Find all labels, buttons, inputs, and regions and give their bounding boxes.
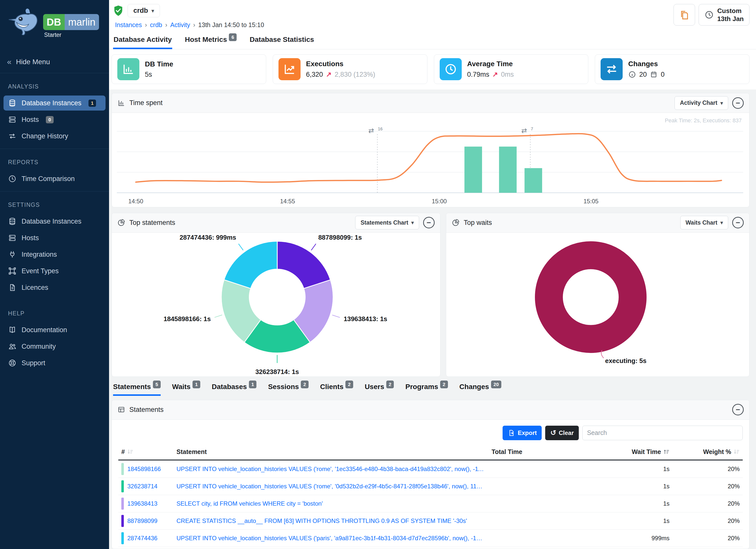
collapse-panel-button[interactable]: − (732, 97, 744, 109)
table-row: 326238714UPSERT INTO vehicle_location_hi… (118, 478, 743, 495)
collapse-panel-button[interactable]: − (423, 217, 435, 228)
breadcrumb-link[interactable]: Activity (170, 21, 190, 29)
tab-changes[interactable]: Changes20 (459, 383, 501, 396)
sidebar-item-time-comparison[interactable]: Time Comparison (4, 171, 106, 186)
sidebar-item-hosts[interactable]: Hosts (4, 230, 106, 245)
sidebar-item-database-instances[interactable]: Database Instances1 (4, 96, 106, 111)
time-range-button[interactable]: Custom 13th Jan (699, 4, 750, 26)
time-spent-header: Time spent Activity Chart ▾ − (112, 93, 749, 113)
sidebar-nav: ANALYSISDatabase Instances1Hosts0Change … (0, 73, 109, 549)
statement-sql-link[interactable]: SELECT city, id FROM vehicles WHERE city… (176, 500, 492, 507)
sidebar-item-hosts[interactable]: Hosts0 (4, 112, 106, 127)
donut-slice[interactable] (549, 255, 633, 339)
executions-bar[interactable] (499, 147, 517, 193)
column-header-total-time[interactable]: Total Time (492, 448, 587, 455)
sidebar-item-integrations[interactable]: Integrations (4, 247, 106, 262)
metric-card-average-time[interactable]: Average Time0.79ms↗0ms (434, 54, 589, 84)
tab-statements[interactable]: Statements5 (113, 383, 161, 396)
breadcrumb-separator: › (193, 21, 195, 29)
tab-database-statistics[interactable]: Database Statistics (249, 34, 315, 49)
statement-id-link[interactable]: 887898099 (127, 517, 157, 524)
executions-bar[interactable] (464, 147, 482, 193)
metric-card-changes[interactable]: Changes200 (595, 54, 749, 84)
sidebar-item-licences[interactable]: Licences (4, 280, 106, 295)
export-button[interactable]: Export (503, 426, 542, 440)
executions-bar[interactable] (525, 168, 542, 193)
column-header-wait-time[interactable]: Wait Time (587, 448, 670, 455)
breadcrumb-link[interactable]: crdb (150, 21, 162, 29)
caret-down-icon: ▾ (720, 220, 723, 226)
search-input[interactable] (582, 426, 743, 440)
sidebar-item-label: Database Instances (22, 99, 81, 107)
tab-database-activity[interactable]: Database Activity (113, 34, 172, 49)
sidebar-section-title: SETTINGS (0, 193, 109, 212)
weight-value: 20% (670, 517, 740, 524)
copy-link-button[interactable] (674, 4, 695, 26)
hosts-icon (8, 115, 17, 124)
statement-id-link[interactable]: 1845898166 (127, 466, 161, 473)
activity-chart-dropdown[interactable]: Activity Chart ▾ (675, 96, 728, 110)
tab-sessions[interactable]: Sessions2 (268, 383, 309, 396)
waits-donut-chart[interactable]: executing: 5s (448, 233, 747, 376)
sidebar-item-community[interactable]: Community (4, 339, 106, 354)
statement-sql-link[interactable]: UPSERT INTO vehicle_location_histories V… (176, 483, 492, 490)
sort-down-icon[interactable] (127, 448, 133, 455)
chevron-down-icon: ▾ (152, 8, 154, 14)
db-time-line[interactable] (136, 134, 722, 182)
wait-time-value: 999ms (587, 535, 670, 542)
column-header-statement[interactable]: Statement (176, 448, 492, 455)
clock-icon (704, 10, 714, 20)
tab-clients[interactable]: Clients2 (320, 383, 353, 396)
event-types-icon (8, 267, 17, 275)
column-header-weight[interactable]: Weight % (670, 448, 740, 455)
sort-down-icon[interactable] (733, 448, 740, 455)
time-spent-chart[interactable]: ⇄16⇄714:5014:5515:0015:05Peak Time: 2s, … (116, 115, 745, 207)
breadcrumb-link[interactable]: Instances (115, 21, 142, 29)
trend-up-icon: ↗ (492, 70, 498, 78)
breadcrumb-separator: › (145, 21, 147, 29)
sidebar-item-change-history[interactable]: Change History (4, 129, 106, 144)
donut-slice[interactable] (277, 241, 330, 289)
statements-chart-dropdown[interactable]: Statements Chart ▾ (355, 216, 419, 229)
sidebar-item-support[interactable]: Support (4, 355, 106, 371)
database-icon (8, 99, 17, 107)
sidebar-item-documentation[interactable]: Documentation (4, 322, 106, 337)
licences-icon (8, 283, 17, 292)
statement-color-bar (121, 532, 124, 544)
waits-chart-dropdown[interactable]: Waits Chart ▾ (680, 216, 728, 229)
statements-donut-chart[interactable]: 887898099: 1s139638413: 1s326238714: 1s1… (114, 233, 438, 376)
wait-time-value: 1s (587, 483, 670, 490)
tab-host-metrics[interactable]: Host Metrics6 (184, 34, 237, 49)
metric-title: Average Time (467, 60, 514, 68)
sidebar-item-database-instances[interactable]: Database Instances (4, 214, 106, 229)
statement-sql-link[interactable]: CREATE STATISTICS __auto__ FROM [63] WIT… (176, 517, 492, 524)
main-content: crdb ▾ Instances›crdb›Activity›13th Jan … (109, 0, 756, 549)
caret-down-icon: ▾ (720, 100, 723, 106)
count-badge: 1 (88, 100, 96, 107)
hide-menu-button[interactable]: « Hide Menu (0, 53, 109, 73)
statement-id-link[interactable]: 287474436 (127, 535, 157, 542)
executions-icon (278, 58, 301, 80)
metric-card-db-time[interactable]: DB Time5s (112, 54, 266, 84)
tab-waits[interactable]: Waits1 (172, 383, 200, 396)
sort-up-icon[interactable] (663, 448, 670, 455)
statement-id-link[interactable]: 139638413 (127, 500, 157, 507)
metric-card-executions[interactable]: Executions6,320↗2,830 (123%) (273, 54, 427, 84)
sidebar-item-event-types[interactable]: Event Types (4, 263, 106, 279)
tab-databases[interactable]: Databases1 (212, 383, 257, 396)
instance-selector[interactable]: crdb ▾ (128, 4, 160, 17)
donut-slice[interactable] (224, 241, 277, 288)
column-header-id[interactable]: # (121, 448, 176, 455)
tab-users[interactable]: Users2 (365, 383, 394, 396)
sidebar-section-title: REPORTS (0, 150, 109, 170)
tab-programs[interactable]: Programs2 (405, 383, 448, 396)
collapse-panel-button[interactable]: − (732, 217, 744, 228)
collapse-panel-button[interactable]: − (732, 404, 744, 415)
weight-value: 20% (670, 535, 740, 542)
clear-button[interactable]: ↺ Clear (545, 426, 579, 440)
x-axis-tick: 14:55 (280, 198, 295, 205)
table-row: 1845898166UPSERT INTO vehicle_location_h… (118, 461, 743, 478)
statement-sql-link[interactable]: UPSERT INTO vehicle_location_histories V… (176, 535, 492, 542)
statement-sql-link[interactable]: UPSERT INTO vehicle_location_histories V… (176, 466, 492, 473)
statement-id-link[interactable]: 326238714 (127, 483, 157, 490)
